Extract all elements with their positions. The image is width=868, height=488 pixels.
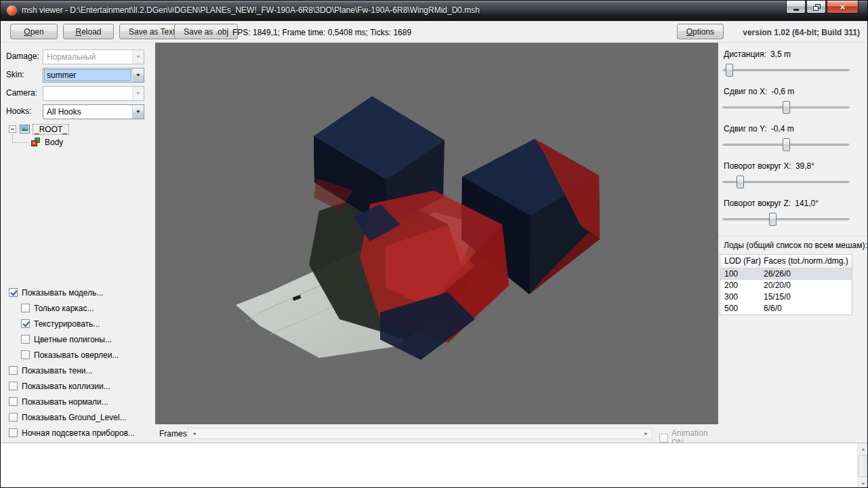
tree-node-root-label[interactable]: _ROOT_ — [33, 124, 69, 135]
damage-value: Нормальный — [44, 51, 131, 63]
chevron-down-icon[interactable] — [132, 105, 144, 119]
faces-cell: 15/15/0 — [760, 291, 852, 303]
slider[interactable] — [722, 63, 850, 77]
hooks-select[interactable]: All Hooks — [43, 104, 144, 119]
checkbox-label: Показывать оверлеи... — [34, 350, 119, 360]
tree-node-body-label[interactable]: Body — [43, 138, 64, 147]
log-scrollbar[interactable]: ▲ ▼ — [857, 443, 868, 488]
chevron-down-icon — [132, 87, 144, 100]
wing-model-render — [155, 43, 718, 424]
save-as-obj-button[interactable]: Save as .obj — [174, 24, 238, 39]
scene-node-icon — [20, 124, 30, 134]
faces-column-header[interactable]: Faces (tot./norm./dmg.) — [760, 255, 852, 268]
open-button[interactable]: Open — [10, 24, 58, 39]
slider-thumb[interactable] — [726, 64, 733, 77]
hooks-label: Hooks: — [6, 106, 31, 116]
close-icon: × — [840, 3, 846, 12]
checkbox-row[interactable]: Ночная подсветка приборов... — [9, 427, 135, 439]
slider-track[interactable] — [722, 218, 850, 220]
checkbox-row[interactable]: Показывать коллизии... — [9, 380, 110, 392]
minimize-button[interactable] — [786, 1, 806, 14]
reload-button[interactable]: Reload — [63, 24, 114, 39]
frames-scrollbar[interactable]: ◄ ► — [188, 428, 653, 439]
lod-row[interactable]: 100 26/26/0 — [720, 268, 852, 280]
rotate-x-label: Поворот вокруг X:39,8° — [724, 161, 814, 171]
checkbox-row[interactable]: Цветные полигоны... — [21, 333, 112, 345]
checkbox[interactable] — [21, 335, 30, 344]
slider[interactable] — [722, 138, 850, 152]
scroll-down-icon[interactable]: ▼ — [858, 478, 868, 488]
tree-node-root[interactable]: _ROOT_ — [9, 123, 69, 136]
camera-label: Camera: — [6, 88, 37, 98]
checkbox[interactable] — [21, 350, 30, 359]
app-window: msh viewer - D:\Entertainment\Il.2.DGen\… — [0, 0, 868, 488]
chevron-down-icon[interactable] — [132, 68, 144, 82]
divider — [718, 236, 868, 237]
checkbox[interactable] — [9, 413, 18, 422]
shift-y-label: Сдвиг по Y:-0,4 m — [724, 124, 794, 134]
faces-cell: 20/20/0 — [760, 280, 852, 291]
checkbox[interactable] — [9, 366, 18, 375]
checkbox[interactable] — [9, 382, 18, 390]
animation-checkbox[interactable] — [659, 434, 668, 443]
tree-node-body[interactable]: Body — [9, 136, 69, 148]
checkbox-row[interactable]: Текстурировать... — [21, 318, 100, 329]
scroll-right-icon[interactable]: ► — [640, 428, 652, 439]
checkbox[interactable] — [9, 428, 18, 437]
restore-button[interactable] — [806, 1, 826, 14]
slider-thumb[interactable] — [737, 176, 744, 188]
fps-stats-text: FPS: 1849,1; Frame time: 0,5408 ms; Tick… — [232, 28, 411, 37]
lod-cell: 200 — [720, 280, 760, 291]
options-button[interactable]: Options — [677, 24, 724, 39]
skin-label: Skin: — [6, 70, 24, 79]
frames-bar: Frames: ◄ ► Animation ON — [155, 424, 718, 443]
tree-expander-icon[interactable] — [9, 125, 16, 133]
lod-row[interactable]: 200 20/20/0 — [720, 280, 852, 291]
skin-select[interactable]: summer — [43, 68, 144, 83]
lod-column-header[interactable]: LOD (Far) — [720, 255, 760, 268]
scroll-up-icon[interactable]: ▲ — [858, 443, 868, 454]
scrollbar-thumb[interactable] — [859, 455, 868, 477]
checkbox-row[interactable]: Только каркас... — [21, 302, 94, 314]
skin-value: summer — [44, 69, 131, 81]
checkbox-row[interactable]: Показывать модель... — [9, 287, 103, 298]
slider[interactable] — [722, 212, 850, 226]
checkbox-row[interactable]: Показывать оверлеи... — [21, 349, 119, 361]
log-textarea[interactable]: ▲ ▼ — [1, 443, 868, 488]
rotate-z-label: Поворот вокруг Z:141,0° — [724, 199, 819, 208]
slider-thumb[interactable] — [769, 213, 777, 226]
checkbox[interactable] — [21, 304, 30, 312]
checkbox-label: Показывать коллизии... — [22, 382, 110, 391]
checkbox-label: Показывать нормали... — [22, 397, 108, 407]
slider-thumb[interactable] — [783, 138, 790, 151]
checkbox[interactable] — [9, 397, 18, 406]
toolbar: Open Reload Save as Text Save as .obj FP… — [1, 21, 867, 43]
slider-track[interactable] — [722, 69, 850, 71]
chevron-down-icon — [132, 50, 144, 64]
slider[interactable] — [722, 175, 850, 189]
scroll-left-icon[interactable]: ◄ — [188, 428, 200, 439]
checkbox[interactable] — [21, 319, 30, 328]
checkbox-row[interactable]: Показывать тени... — [9, 365, 93, 376]
close-button[interactable]: × — [827, 1, 859, 14]
faces-cell: 6/6/0 — [760, 303, 852, 314]
checkbox-label: Показывать тени... — [22, 366, 93, 375]
model-tree: _ROOT_ Body — [9, 123, 69, 148]
checkbox[interactable] — [9, 288, 18, 297]
restore-icon — [813, 4, 820, 10]
faces-cell: 26/26/0 — [760, 268, 852, 280]
lod-table-header[interactable]: LOD (Far) Faces (tot./norm./dmg.) — [720, 255, 852, 268]
minimize-icon — [793, 9, 799, 11]
lod-row[interactable]: 300 15/15/0 — [720, 291, 852, 303]
checkbox-label: Цветные полигоны... — [34, 335, 112, 344]
version-text: version 1.02 (64-bit; Build 311) — [743, 28, 860, 37]
slider-thumb[interactable] — [783, 101, 790, 114]
damage-select[interactable]: Нормальный — [43, 49, 144, 64]
camera-select[interactable] — [43, 86, 144, 101]
checkbox-row[interactable]: Показывать нормали... — [9, 396, 108, 407]
viewport-3d[interactable] — [155, 43, 718, 424]
slider[interactable] — [722, 100, 850, 115]
checkbox-label: Показывать Ground_Level... — [22, 413, 127, 422]
lod-row[interactable]: 500 6/6/0 — [720, 303, 852, 314]
checkbox-row[interactable]: Показывать Ground_Level... — [9, 411, 127, 423]
